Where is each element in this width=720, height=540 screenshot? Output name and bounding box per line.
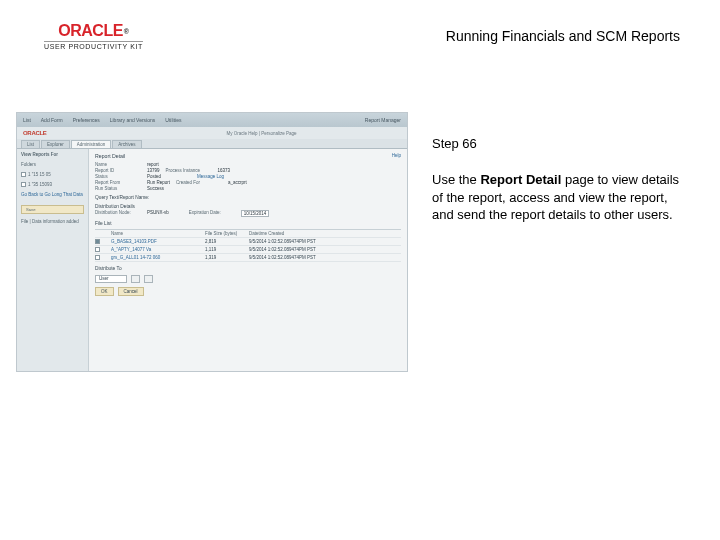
ss-tab: Archives: [112, 140, 141, 148]
ss-side-link: Go Back to Go Long That Data: [21, 192, 84, 197]
ss-kv-row: StatusPostedMessage Log: [95, 174, 401, 179]
ss-main: Report Detail Help Namereport Report ID1…: [89, 149, 407, 371]
ss-kv-val: report: [147, 162, 159, 167]
ss-kv-row: Namereport: [95, 162, 401, 167]
instruction-text: Use the Report Detail page to view detai…: [432, 171, 680, 224]
ss-menu-item: Utilities: [165, 117, 181, 123]
ss-save-button: Save: [21, 205, 84, 214]
ss-kv-key: Name: [95, 162, 141, 167]
ss-actions: OK Cancel: [95, 287, 401, 296]
oracle-logo-tm: ®: [124, 28, 129, 35]
oracle-logo: ORACLE ®: [58, 22, 128, 40]
ss-kv-key: Distribution Node:: [95, 210, 141, 217]
ss-brand-row: ORACLE My Oracle Help | Personalize Page: [17, 127, 407, 139]
ss-side-foot: File | Data information added: [21, 219, 84, 224]
instruction-column: Step 66 Use the Report Detail page to vi…: [432, 136, 680, 224]
ss-tab: List: [21, 140, 40, 148]
ss-help: Help: [392, 153, 401, 161]
ss-sec-header: Distribution Details: [95, 204, 401, 209]
ss-side-row: 1 "35 15093: [21, 182, 84, 187]
ss-sec-header: Query Text/Report Name:: [95, 195, 401, 200]
ss-td: A_"APTY_14077 Va: [111, 247, 201, 252]
ss-menu-item: Report Manager: [365, 117, 401, 123]
ss-kv-row: Report FromRun ReportCreated Fora_accrpr…: [95, 180, 401, 185]
document-title: Running Financials and SCM Reports: [446, 28, 680, 44]
ss-brand-right: My Oracle Help | Personalize Page: [227, 131, 297, 136]
ss-td: 2,819: [205, 239, 245, 244]
ss-kv-val: 13799: [147, 168, 160, 173]
ss-kv-val: Posted: [147, 174, 161, 179]
ss-td: 9/5/2014 1:02:52.089474PM PST: [249, 239, 349, 244]
ss-page-title: Report Detail: [95, 153, 125, 159]
ss-select: User: [95, 275, 127, 283]
ss-dist-row: User: [95, 275, 401, 283]
ss-tab: Explorer: [41, 140, 70, 148]
ss-table: Name File Size (bytes) Datetime Created …: [95, 229, 401, 262]
app-screenshot: List Add Form Preferences Library and Ve…: [16, 112, 408, 372]
ss-menu-item: Preferences: [73, 117, 100, 123]
ss-kv-key: Expiration Date:: [189, 210, 235, 217]
ss-menu-item: Library and Versions: [110, 117, 156, 123]
ss-lookup-icon: [144, 275, 153, 283]
instr-bold: Report Detail: [480, 172, 561, 187]
ss-side-row: 1 "15 15 05: [21, 172, 84, 177]
ss-menubar: List Add Form Preferences Library and Ve…: [17, 113, 407, 127]
step-number: Step 66: [432, 136, 680, 151]
ss-kv-key: Report ID: [95, 168, 141, 173]
oracle-logo-block: ORACLE ® USER PRODUCTIVITY KIT: [44, 22, 143, 50]
ss-th: Datetime Created: [249, 231, 349, 236]
ss-checkbox-icon: [95, 247, 100, 252]
oracle-logo-subtitle: USER PRODUCTIVITY KIT: [44, 41, 143, 50]
ss-kv-val: Success: [147, 186, 164, 191]
ss-section: Query Text/Report Name:: [95, 195, 401, 200]
ss-cancel-button: Cancel: [118, 287, 144, 296]
ss-distribute: Distribute To User: [95, 266, 401, 283]
ss-sec-header: Distribute To: [95, 266, 401, 271]
ss-tab-active: Administration: [71, 140, 112, 148]
ss-kv-val: 16373: [218, 168, 231, 173]
ss-checkbox-icon: [21, 182, 26, 187]
ss-menu-item: Add Form: [41, 117, 63, 123]
ss-side-text: 1 "15 15 05: [28, 172, 51, 177]
ss-side-header: View Reports For: [21, 152, 84, 157]
ss-side-text: 1 "35 15093: [28, 182, 52, 187]
ss-menu-item: List: [23, 117, 31, 123]
ss-kv-key: Run Status: [95, 186, 141, 191]
ss-filelist: File List Name File Size (bytes) Datetim…: [95, 221, 401, 262]
instr-prefix: Use the: [432, 172, 480, 187]
ss-td: 1,119: [205, 247, 245, 252]
ss-body: View Reports For Folders 1 "15 15 05 1 "…: [17, 149, 407, 371]
ss-kv-row: Report ID13799Process Instance16373: [95, 168, 401, 173]
ss-tabs: List Explorer Administration Archives: [17, 139, 407, 149]
ss-side-folders: Folders: [21, 162, 84, 167]
ss-td: grs_G_ALL01 14-72 060: [111, 255, 201, 260]
ss-checkbox-icon: [95, 255, 100, 260]
ss-td: 9/5/2014 1:02:52.089474PM PST: [249, 255, 349, 260]
table-row: A_"APTY_14077 Va1,1199/5/2014 1:02:52.08…: [95, 246, 401, 254]
ss-kv-val: Message Log: [197, 174, 224, 179]
ss-table-header: Name File Size (bytes) Datetime Created: [95, 230, 401, 238]
table-row: G_BASE3_14103.PDF2,8199/5/2014 1:02:52.0…: [95, 238, 401, 246]
ss-kv-key: Status: [95, 174, 141, 179]
ss-section: Distribution Details Distribution Node:P…: [95, 204, 401, 217]
ss-td: G_BASE3_14103.PDF: [111, 239, 201, 244]
oracle-logo-text: ORACLE: [58, 22, 123, 40]
ss-td: 1,319: [205, 255, 245, 260]
ss-th: File Size (bytes): [205, 231, 245, 236]
ss-kv-val: a_accrprt: [228, 180, 247, 185]
ss-sec-header: File List: [95, 221, 401, 226]
ss-kv-key: Created For: [176, 180, 222, 185]
ss-th: Name: [111, 231, 201, 236]
ss-brand: ORACLE: [23, 130, 47, 136]
ss-kv-key: Process Instance: [166, 168, 212, 173]
ss-checkbox-icon: [95, 239, 100, 244]
ss-kv-val: 10/15/2014: [241, 210, 270, 217]
ss-td: 9/5/2014 1:02:52.089474PM PST: [249, 247, 349, 252]
ss-kv-row: Run StatusSuccess: [95, 186, 401, 191]
ss-checkbox-icon: [21, 172, 26, 177]
table-row: grs_G_ALL01 14-72 0601,3199/5/2014 1:02:…: [95, 254, 401, 262]
ss-sidebar: View Reports For Folders 1 "15 15 05 1 "…: [17, 149, 89, 371]
ss-kv-val: Run Report: [147, 180, 170, 185]
ss-ok-button: OK: [95, 287, 114, 296]
ss-lookup-icon: [131, 275, 140, 283]
